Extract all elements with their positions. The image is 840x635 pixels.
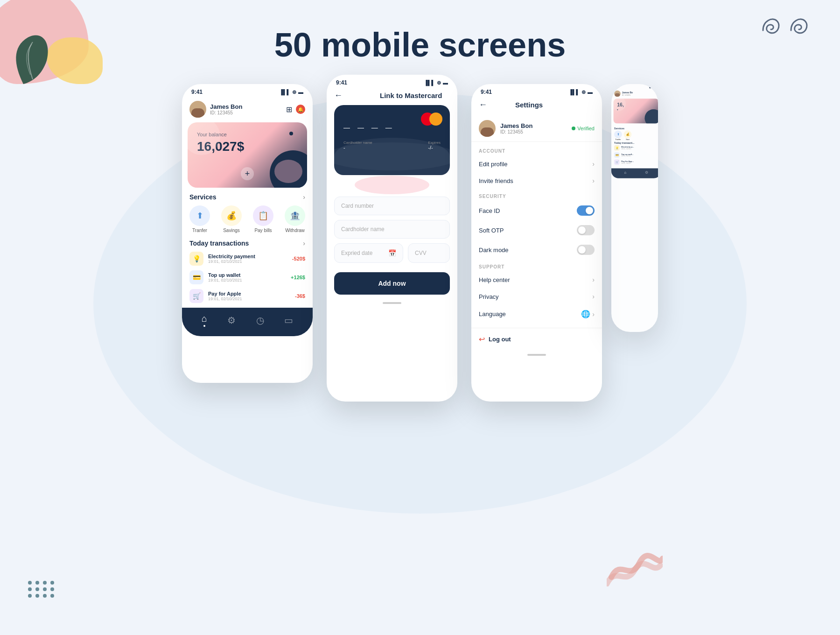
topup-info: Top up wallet 19:01, 02/10/2021 (208, 272, 286, 282)
settings-title: Settings (515, 101, 543, 109)
transactions-header: Today transactions › (189, 240, 305, 247)
settings-dark-mode: Dark mode (471, 240, 602, 260)
transactions-section: Today transactions › 💡 Electricity payme… (182, 240, 313, 303)
settings-help-center[interactable]: Help center › (471, 271, 602, 288)
balance-amount: 16,027$ (197, 139, 298, 154)
settings-edit-profile[interactable]: Edit profile › (471, 155, 602, 172)
help-center-arrow: › (592, 276, 595, 283)
electricity-amount: -520$ (292, 256, 305, 261)
cvv-field[interactable]: CVV (408, 243, 450, 263)
transaction-item[interactable]: 💡 Electricity payment 19:01, 02/10/2021 … (189, 252, 305, 266)
electricity-date: 19:01, 02/10/2021 (208, 259, 287, 264)
add-balance-button[interactable]: + (241, 167, 254, 180)
status-bar-card: 9:41 ▐▌▌ ⊚ ▬ (327, 75, 457, 89)
nav-history[interactable]: ◷ (256, 315, 264, 326)
settings-soft-otp: Soft OTP (471, 220, 602, 240)
settings-header: ← Settings (471, 98, 602, 115)
status-icons-home: ▐▌▌ ⊚ ▬ (280, 89, 303, 95)
settings-user-id: ID: 123455 (500, 129, 532, 134)
electricity-icon: 💡 (189, 252, 203, 266)
back-button-card[interactable]: ← (334, 91, 343, 100)
support-label: SUPPORT (471, 260, 602, 271)
services-grid: ⬆ Tranfer 💰 Savings 📋 Pay bills 🏦 Withdr… (189, 205, 305, 233)
calendar-icon: 📅 (388, 249, 396, 257)
soft-otp-toggle[interactable] (577, 225, 595, 235)
back-button-settings[interactable]: ← (479, 100, 487, 110)
apple-amount: -36$ (295, 293, 305, 299)
settings-avatar (479, 120, 496, 137)
transactions-more[interactable]: › (303, 240, 305, 247)
settings-invite-friends[interactable]: Invite friends › (471, 172, 602, 189)
services-more[interactable]: › (303, 193, 305, 201)
transactions-title: Today transactions (189, 240, 249, 247)
edit-profile-label: Edit profile (479, 161, 507, 168)
soft-otp-label: Soft OTP (479, 227, 504, 234)
mini-status-bar: 9:41 ▐▌▌ ⊚ ▬ (611, 84, 658, 89)
time-card: 9:41 (336, 79, 347, 86)
nav-wallet[interactable]: ▭ (284, 315, 293, 326)
transaction-item[interactable]: 🛒 Pay for Apple 19:01, 02/10/2021 -36$ (189, 289, 305, 303)
settings-profile-row: James Bon ID: 123455 Verified (471, 115, 602, 142)
logout-icon: ↩ (479, 335, 485, 344)
mastercard-logo (421, 113, 442, 126)
edit-profile-arrow: › (592, 160, 595, 168)
expiry-placeholder: Expried date (341, 250, 372, 256)
paybills-icon: 📋 (253, 205, 273, 226)
expiry-field[interactable]: Expried date 📅 (334, 243, 403, 263)
services-header: Services › (189, 193, 305, 201)
card-number-placeholder: Card number (341, 203, 374, 209)
time-home: 9:41 (191, 89, 203, 95)
services-title: Services (189, 193, 217, 201)
security-label: SECURITY (471, 189, 602, 201)
decorative-leaf (9, 28, 56, 89)
add-now-button[interactable]: Add now (334, 272, 450, 295)
face-id-label: Face ID (479, 207, 500, 214)
verified-badge: Verified (572, 126, 595, 131)
phone-link-card: 9:41 ▐▌▌ ⊚ ▬ ← Link to Mastercard — — — … (327, 75, 457, 402)
avatar (189, 101, 206, 118)
withdraw-icon: 🏦 (285, 205, 305, 226)
face-id-toggle[interactable] (577, 205, 595, 216)
expand-icon[interactable]: ⊞ (286, 105, 292, 114)
transaction-item[interactable]: 💳 Top up wallet 19:01, 02/10/2021 +126$ (189, 270, 305, 284)
decorative-spirals (747, 9, 812, 60)
nav-settings[interactable]: ⚙ (227, 315, 236, 326)
privacy-label: Privacy (479, 293, 499, 300)
verified-label: Verified (577, 126, 595, 131)
language-label: Language (479, 310, 506, 318)
cvv-placeholder: CVV (415, 250, 427, 256)
card-decoration (274, 160, 302, 183)
phone-settings: 9:41 ▐▌▌ ⊚ ▬ ← Settings James Bon ID: 12… (471, 84, 602, 402)
cardholder-name-field[interactable]: Cardholder name (334, 220, 450, 239)
settings-home-indicator (527, 354, 546, 356)
header-icons: ⊞ 🔔 (286, 105, 305, 114)
card-screen-title: Link to Mastercard (380, 92, 442, 99)
apple-name: Pay for Apple (208, 291, 290, 296)
service-savings[interactable]: 💰 Savings (221, 205, 242, 233)
card-pink-decoration (334, 183, 450, 197)
logout-label: Log out (489, 336, 511, 343)
settings-privacy[interactable]: Privacy › (471, 288, 602, 305)
phone-home: 9:41 ▐▌▌ ⊚ ▬ James Bon ID: 123455 ⊞ 🔔 (182, 84, 313, 383)
settings-user-name: James Bon (500, 122, 532, 129)
service-paybills[interactable]: 📋 Pay bills (253, 205, 273, 233)
service-savings-label: Savings (223, 228, 240, 233)
invite-friends-arrow: › (592, 177, 595, 184)
savings-icon: 💰 (221, 205, 242, 226)
apple-icon: 🛒 (189, 289, 203, 303)
settings-language[interactable]: Language 🌐 › (471, 305, 602, 323)
card-wave2 (334, 142, 450, 170)
logout-row[interactable]: ↩ Log out (471, 328, 602, 350)
verified-dot (572, 127, 575, 130)
card-number-field[interactable]: Card number (334, 197, 450, 215)
service-transfer[interactable]: ⬆ Tranfer (189, 205, 210, 233)
mini-header: James Bo ID: 123455 (611, 89, 658, 99)
notification-icon[interactable]: 🔔 (296, 105, 305, 114)
card-visual: — — — — Cardholder name - Expires -/- (334, 105, 450, 175)
dark-mode-toggle[interactable] (577, 245, 595, 255)
nav-home[interactable]: ⌂ (202, 313, 207, 327)
invite-friends-label: Invite friends (479, 177, 513, 184)
mc-orange (429, 113, 442, 126)
service-withdraw[interactable]: 🏦 Withdraw (285, 205, 305, 233)
decorative-wave (607, 540, 663, 588)
